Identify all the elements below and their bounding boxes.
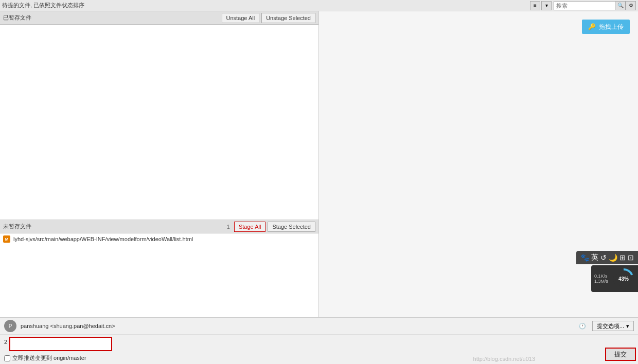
search-icon-btn[interactable]: 🔍 (615, 1, 626, 10)
stage-selected-btn[interactable]: Stage Selected (268, 222, 315, 232)
push-checkbox[interactable] (4, 355, 10, 361)
tray-grid2-icon[interactable]: ⊡ (628, 253, 634, 262)
network-widget: 0.1K/s 1.3M/s 43% (591, 265, 638, 292)
commit-input-row: 2 (0, 335, 638, 353)
avatar: P (4, 320, 16, 332)
tray-lang-icon[interactable]: 英 (591, 253, 598, 262)
staged-title: 已暂存文件 (3, 14, 220, 22)
history-icon[interactable]: 🕐 (577, 323, 588, 330)
stage-all-btn[interactable]: Stage All (234, 222, 265, 232)
upload-label: 拖拽上传 (599, 23, 624, 31)
staged-section: 已暂存文件 Unstage All Unstage Selected (0, 11, 318, 220)
left-panel: 已暂存文件 Unstage All Unstage Selected 未暂存文件… (0, 11, 319, 364)
network-info: 0.1K/s 1.3M/s (594, 274, 608, 284)
file-path: lyhd-sjvs/src/main/webapp/WEB-INF/view/m… (13, 236, 193, 242)
list-item[interactable]: M lyhd-sjvs/src/main/webapp/WEB-INF/view… (0, 233, 318, 245)
right-panel: 🔑 拖拽上传 🐾 英 ↺ 🌙 ⊞ ⊡ 0.1K/s 1.3M/s (319, 11, 638, 364)
search-input[interactable] (554, 1, 615, 10)
unstaged-header: 未暂存文件 1 Stage All Stage Selected (0, 220, 318, 233)
tray-icons-row: 🐾 英 ↺ 🌙 ⊞ ⊡ (576, 251, 638, 264)
cpu-percent-label: 43% (618, 276, 629, 282)
unstage-selected-btn[interactable]: Unstage Selected (261, 13, 315, 23)
commit-message-input[interactable] (9, 337, 112, 351)
tray-moon-icon[interactable]: 🌙 (609, 253, 617, 262)
top-toolbar: 待提的文件, 已依照文件状态排序 ≡ ▾ 🔍 ⚙ (0, 0, 638, 11)
tray-sync-icon[interactable]: ↺ (600, 253, 607, 262)
cpu-circle: 43% (612, 267, 635, 290)
network-download: 1.3M/s (594, 279, 608, 284)
commit-options-chevron: ▾ (626, 323, 629, 330)
submit-btn[interactable]: 提交 (605, 348, 636, 361)
tray-pet-icon[interactable]: 🐾 (580, 253, 589, 262)
view-toggle[interactable]: ≡ ▾ (530, 1, 552, 10)
commit-author-row: P panshuang <shuang.pan@hedait.cn> 🕐 提交选… (0, 318, 638, 335)
push-label: 立即推送变更到 origin/master (12, 354, 86, 362)
upload-btn[interactable]: 🔑 拖拽上传 (582, 20, 630, 34)
search-area: 🔍 ⚙ (554, 1, 636, 10)
author-name: panshuang <shuang.pan@hedait.cn> (21, 323, 573, 329)
tray-grid-icon[interactable]: ⊞ (619, 253, 626, 262)
file-modified-icon: M (3, 235, 10, 243)
dropdown-view-btn[interactable]: ▾ (541, 1, 552, 10)
settings-btn[interactable]: ⚙ (626, 1, 636, 10)
staged-header: 已暂存文件 Unstage All Unstage Selected (0, 11, 318, 25)
staged-content (0, 25, 318, 220)
filter-label: 待提的文件, 已依照文件状态排序 (2, 2, 528, 9)
commit-row-number: 2 (4, 337, 7, 345)
push-checkbox-row: 立即推送变更到 origin/master (0, 353, 638, 364)
network-upload: 0.1K/s (594, 274, 608, 279)
bottom-bar: P panshuang <shuang.pan@hedait.cn> 🕐 提交选… (0, 317, 638, 364)
system-tray: 🐾 英 ↺ 🌙 ⊞ ⊡ 0.1K/s 1.3M/s 43% (576, 251, 638, 292)
watermark: http://blog.csdn.net/u013 (473, 356, 535, 362)
unstaged-count: 1 (227, 224, 230, 230)
upload-icon: 🔑 (588, 23, 596, 30)
unstaged-title: 未暂存文件 (3, 223, 225, 230)
list-view-btn[interactable]: ≡ (530, 1, 540, 10)
commit-options-btn[interactable]: 提交选项... ▾ (592, 321, 634, 331)
unstage-all-btn[interactable]: Unstage All (222, 13, 260, 23)
main-container: 已暂存文件 Unstage All Unstage Selected 未暂存文件… (0, 11, 638, 364)
commit-options-label: 提交选项... (597, 322, 624, 330)
